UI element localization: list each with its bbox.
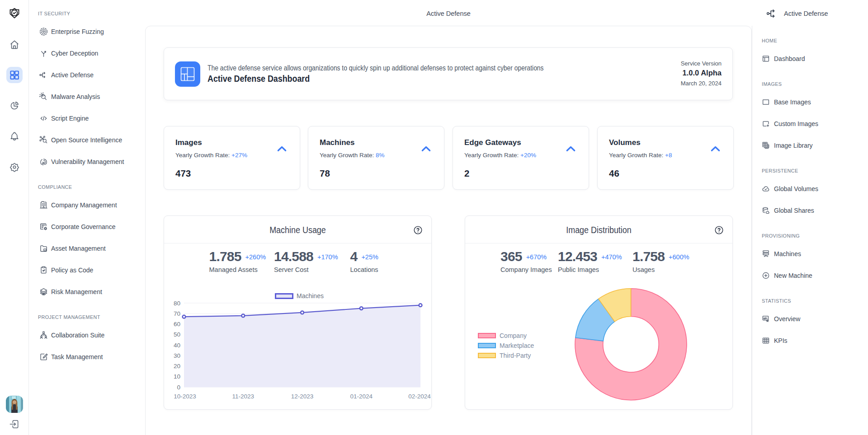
svg-text:60: 60 [174,321,180,327]
svg-text:40: 40 [174,342,180,349]
svg-text:01-2024: 01-2024 [350,393,373,400]
svg-text:30: 30 [174,352,180,359]
svg-text:70: 70 [174,310,180,317]
svg-text:02-2024: 02-2024 [408,393,431,400]
svg-text:0: 0 [177,384,180,391]
svg-text:50: 50 [174,331,180,338]
svg-text:80: 80 [174,300,180,307]
svg-text:12-2023: 12-2023 [291,393,314,400]
svg-text:11-2023: 11-2023 [232,393,254,400]
svg-text:20: 20 [174,363,180,370]
svg-text:10-2023: 10-2023 [174,393,196,400]
svg-text:10: 10 [174,373,180,380]
